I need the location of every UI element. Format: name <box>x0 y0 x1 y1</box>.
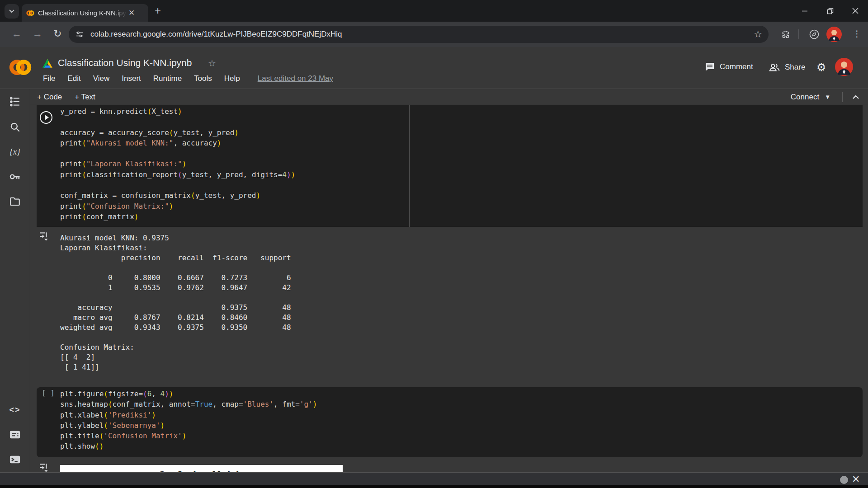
site-settings-icon[interactable] <box>75 30 84 39</box>
terminal-icon[interactable] <box>6 450 24 469</box>
browser-toolbar: ← → ↻ colab.research.google.com/drive/1t… <box>0 22 868 47</box>
command-palette-icon[interactable] <box>6 426 24 444</box>
comment-label: Comment <box>720 62 753 71</box>
connect-button[interactable]: Connect ▼ <box>791 93 830 102</box>
menu-runtime[interactable]: Runtime <box>153 74 182 83</box>
output-options-icon[interactable] <box>38 462 50 472</box>
table-of-contents-icon[interactable] <box>6 93 24 111</box>
notebook-title[interactable]: Classification Using K-NN.ipynb <box>58 57 192 68</box>
chart-title: Confusion Matrix <box>60 469 343 472</box>
browser-profile-avatar[interactable] <box>826 27 842 42</box>
chevron-down-icon <box>9 8 15 14</box>
share-button[interactable]: Share <box>769 61 805 73</box>
tab-strip: Classification Using K-NN.ipynb ✕ + <box>0 0 868 22</box>
share-label: Share <box>785 63 805 72</box>
add-text-button[interactable]: + Text <box>75 93 95 102</box>
browser-tab[interactable]: Classification Using K-NN.ipynb ✕ <box>22 4 148 22</box>
extensions-puzzle-icon[interactable] <box>780 29 790 39</box>
last-edited-link[interactable]: Last edited on 23 May <box>258 74 333 83</box>
window-bottom-edge <box>0 485 868 488</box>
run-cell-button[interactable] <box>40 111 52 124</box>
address-bar[interactable]: colab.research.google.com/drive/1tKuzLw-… <box>69 26 769 43</box>
settings-gear-icon[interactable]: ⚙ <box>816 61 826 74</box>
performance-leaf-icon[interactable] <box>809 29 820 40</box>
favorite-star-icon[interactable]: ☆ <box>208 58 216 69</box>
status-dot-icon <box>840 476 848 484</box>
comment-icon <box>704 61 715 72</box>
colab-favicon <box>26 9 34 17</box>
new-tab-button[interactable]: + <box>155 5 161 16</box>
close-panel-icon[interactable]: ✕ <box>852 474 860 485</box>
code-cell-1[interactable]: y_pred = knn.predict(X_test) accuracy = … <box>37 105 863 227</box>
drive-icon <box>42 58 53 70</box>
reload-icon[interactable]: ↻ <box>53 28 61 40</box>
code-snippets-icon[interactable]: <> <box>6 401 24 419</box>
variables-icon[interactable]: {x} <box>6 143 24 161</box>
colab-logo[interactable] <box>9 56 32 79</box>
secrets-key-icon[interactable] <box>6 168 24 186</box>
menu-file[interactable]: File <box>43 74 55 83</box>
output-options-icon[interactable] <box>38 230 50 242</box>
connect-label: Connect <box>791 93 819 102</box>
menu-insert[interactable]: Insert <box>122 74 141 83</box>
code-editor-2[interactable]: plt.figure(figsize=(6, 4))sns.heatmap(co… <box>60 389 317 452</box>
browser-menu-icon[interactable]: ⋮ <box>853 28 861 39</box>
search-icon[interactable] <box>6 118 24 136</box>
menu-tools[interactable]: Tools <box>194 74 212 83</box>
collapse-header-icon[interactable] <box>852 93 860 101</box>
files-folder-icon[interactable] <box>6 192 24 211</box>
left-sidebar: {x} <> <box>0 89 30 472</box>
back-icon[interactable]: ← <box>12 28 22 40</box>
cell-run-gutter[interactable]: [ ] <box>42 389 55 397</box>
browser-window: Classification Using K-NN.ipynb ✕ + ← → … <box>0 0 868 488</box>
toolbar-divider <box>842 92 843 102</box>
minimize-button[interactable] <box>792 0 817 22</box>
menu-view[interactable]: View <box>93 74 110 83</box>
tab-search-button[interactable] <box>5 4 19 19</box>
comment-button[interactable]: Comment <box>704 61 753 72</box>
colab-profile-avatar[interactable] <box>835 58 853 76</box>
toolbar-divider <box>798 29 799 39</box>
window-controls <box>792 0 868 22</box>
menu-edit[interactable]: Edit <box>67 74 80 83</box>
chart-output-image: Confusion Matrix <box>60 465 343 472</box>
connect-caret-icon: ▼ <box>825 94 830 100</box>
add-code-button[interactable]: + Code <box>37 93 62 102</box>
menu-bar: File Edit View Insert Runtime Tools Help… <box>43 74 333 83</box>
share-people-icon <box>769 61 780 73</box>
url-text[interactable]: colab.research.google.com/drive/1tKuzLw-… <box>90 30 754 39</box>
code-cell-2[interactable]: [ ] plt.figure(figsize=(6, 4))sns.heatma… <box>37 387 863 457</box>
restore-button[interactable] <box>817 0 843 22</box>
forward-icon[interactable]: → <box>33 28 42 40</box>
menu-help[interactable]: Help <box>224 74 240 83</box>
colab-header: Classification Using K-NN.ipynb ☆ File E… <box>0 47 868 89</box>
tab-title: Classification Using K-NN.ipynb <box>38 9 127 17</box>
editor-divider-line <box>409 105 410 227</box>
text-output-1: Akurasi model KNN: 0.9375 Laporan Klasif… <box>60 233 291 372</box>
notebook-toolbar: + Code + Text Connect ▼ <box>30 89 868 105</box>
notebook-content: y_pred = knn.predict(X_test) accuracy = … <box>30 105 868 472</box>
close-window-button[interactable] <box>843 0 868 22</box>
tab-close-icon[interactable]: ✕ <box>128 8 135 18</box>
play-icon <box>45 115 49 120</box>
bookmark-star-icon[interactable]: ☆ <box>754 29 762 40</box>
code-editor-1[interactable]: y_pred = knn.predict(X_test) accuracy = … <box>60 106 295 222</box>
